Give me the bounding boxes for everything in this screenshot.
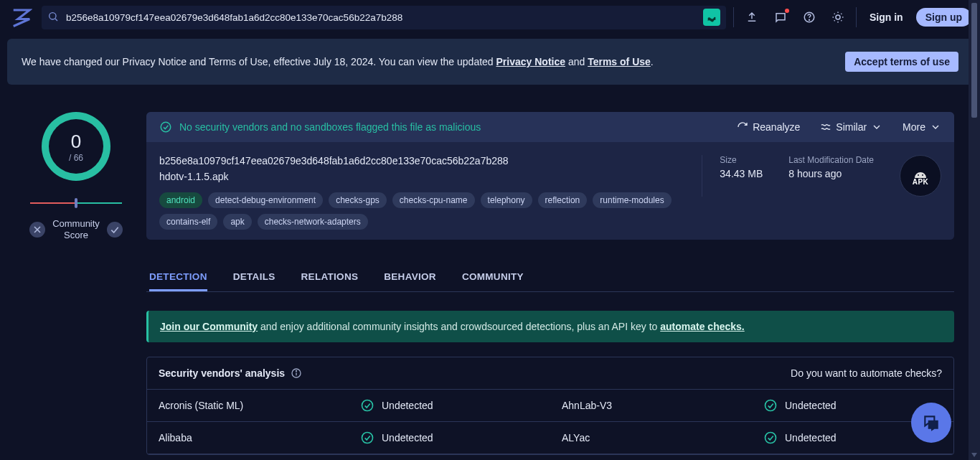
tag-checks-gps[interactable]: checks-gps xyxy=(329,192,387,208)
tag-contains-elf[interactable]: contains-elf xyxy=(159,214,217,230)
file-hash: b256e8a10979cf147eea02679e3d648fab1a6d2c… xyxy=(159,155,684,166)
automate-checks-link[interactable]: automate checks. xyxy=(660,321,745,332)
tag-apk[interactable]: apk xyxy=(223,214,251,230)
notifications-icon[interactable] xyxy=(770,6,791,28)
help-icon[interactable] xyxy=(798,6,820,28)
tag-checks-cpu-name[interactable]: checks-cpu-name xyxy=(392,192,475,208)
tag-checks-network-adapters[interactable]: checks-network-adapters xyxy=(258,214,368,230)
site-logo[interactable] xyxy=(9,4,34,30)
reanalyze-button[interactable]: Reanalyze xyxy=(737,121,800,133)
scroll-down-arrow[interactable] xyxy=(971,453,977,459)
info-column: No security vendors and no sandboxes fla… xyxy=(146,112,954,455)
summary-panel: No security vendors and no sandboxes fla… xyxy=(146,112,954,240)
svg-point-3 xyxy=(809,19,810,20)
vendor-name: AhnLab-V3 xyxy=(550,390,752,421)
vendor-name: Acronis (Static ML) xyxy=(147,390,349,421)
search-input[interactable] xyxy=(65,11,697,24)
signup-button[interactable]: Sign up xyxy=(916,8,971,27)
community-promo: Join our Community and enjoy additional … xyxy=(146,311,954,342)
vertical-scrollbar[interactable] xyxy=(969,0,980,460)
vendors-title: Security vendors' analysis xyxy=(159,367,285,379)
scrollbar-thumb[interactable] xyxy=(971,3,977,118)
community-score-label: Community Score xyxy=(29,218,123,242)
svg-line-9 xyxy=(834,14,835,14)
file-name: hdotv-1.1.5.apk xyxy=(159,171,684,182)
file-type-badge: APK xyxy=(900,155,941,197)
chevron-down-icon xyxy=(871,121,882,133)
vendors-table: Security vendors' analysis Do you want t… xyxy=(146,357,954,455)
detection-total: / 66 xyxy=(69,153,83,163)
detection-gauge: 0 / 66 xyxy=(42,112,110,181)
search-icon xyxy=(47,11,59,24)
svg-point-16 xyxy=(918,174,919,176)
notice-text: We have changed our Privacy Notice and T… xyxy=(22,56,654,67)
vendor-name: ALYac xyxy=(550,422,752,454)
summary-header: No security vendors and no sandboxes fla… xyxy=(146,112,954,142)
tag-list: androiddetect-debug-environmentchecks-gp… xyxy=(159,192,684,230)
tab-bar: DETECTION DETAILS RELATIONS BEHAVIOR COM… xyxy=(146,264,954,292)
svg-line-1 xyxy=(55,19,57,21)
automate-question[interactable]: Do you want to automate checks? xyxy=(791,367,942,379)
notification-dot xyxy=(785,9,789,13)
android-icon xyxy=(912,166,929,178)
vendor-row: Acronis (Static ML)UndetectedAhnLab-V3Un… xyxy=(147,390,953,422)
tag-reflection[interactable]: reflection xyxy=(538,192,588,208)
size-field: Size 34.43 MB xyxy=(720,155,763,179)
divider xyxy=(856,7,857,27)
vendor-name: Alibaba xyxy=(147,422,349,454)
signin-link[interactable]: Sign in xyxy=(864,11,909,23)
vote-down-button[interactable] xyxy=(29,222,45,238)
divider xyxy=(733,7,734,27)
top-bar: Sign in Sign up xyxy=(0,0,980,34)
community-slider xyxy=(30,198,122,215)
svg-point-21 xyxy=(362,400,373,411)
tab-community[interactable]: COMMUNITY xyxy=(462,264,524,291)
vendor-row: AlibabaUndetectedALYacUndetected xyxy=(147,422,953,454)
join-community-link[interactable]: Join our Community xyxy=(160,321,258,332)
tag-detect-debug-environment[interactable]: detect-debug-environment xyxy=(208,192,323,208)
svg-point-23 xyxy=(362,433,373,443)
tag-android[interactable]: android xyxy=(159,192,202,208)
vendor-status: Undetected xyxy=(349,390,550,421)
upload-icon[interactable] xyxy=(741,6,763,28)
similar-button[interactable]: Similar xyxy=(820,121,882,133)
detection-count: 0 xyxy=(69,131,83,153)
score-column: 0 / 66 Community Score xyxy=(26,112,126,455)
main-content: 0 / 66 Community Score xyxy=(0,99,980,455)
info-icon[interactable] xyxy=(291,367,302,379)
svg-point-0 xyxy=(50,12,56,19)
tab-details[interactable]: DETAILS xyxy=(233,264,275,291)
chat-button[interactable] xyxy=(911,403,951,443)
svg-point-15 xyxy=(161,122,171,132)
svg-point-22 xyxy=(765,400,776,411)
tab-detection[interactable]: DETECTION xyxy=(149,264,207,291)
svg-point-20 xyxy=(296,370,297,371)
tag-runtime-modules[interactable]: runtime-modules xyxy=(593,192,671,208)
vote-up-button[interactable] xyxy=(107,222,123,238)
vendor-status: Undetected xyxy=(349,422,550,454)
svg-line-10 xyxy=(841,20,842,21)
svg-line-12 xyxy=(841,14,842,14)
terms-link[interactable]: Terms of Use xyxy=(588,56,651,67)
svg-point-4 xyxy=(836,15,840,19)
more-button[interactable]: More xyxy=(903,121,941,133)
svg-point-17 xyxy=(922,174,923,176)
chevron-down-icon xyxy=(930,121,941,133)
search-bar[interactable] xyxy=(42,6,726,29)
tab-relations[interactable]: RELATIONS xyxy=(301,264,359,291)
tab-behavior[interactable]: BEHAVIOR xyxy=(384,264,436,291)
privacy-notice-link[interactable]: Privacy Notice xyxy=(496,56,566,67)
svg-point-24 xyxy=(765,433,776,443)
clean-status: No security vendors and no sandboxes fla… xyxy=(159,121,481,133)
accept-terms-button[interactable]: Accept terms of use xyxy=(845,52,958,72)
privacy-notice-banner: We have changed our Privacy Notice and T… xyxy=(7,39,973,85)
extension-icon[interactable] xyxy=(703,9,720,26)
modification-field: Last Modification Date 8 hours ago xyxy=(788,155,874,179)
community-slider-knob xyxy=(75,198,77,208)
theme-icon[interactable] xyxy=(827,6,849,28)
svg-line-11 xyxy=(834,20,835,21)
tag-telephony[interactable]: telephony xyxy=(481,192,532,208)
